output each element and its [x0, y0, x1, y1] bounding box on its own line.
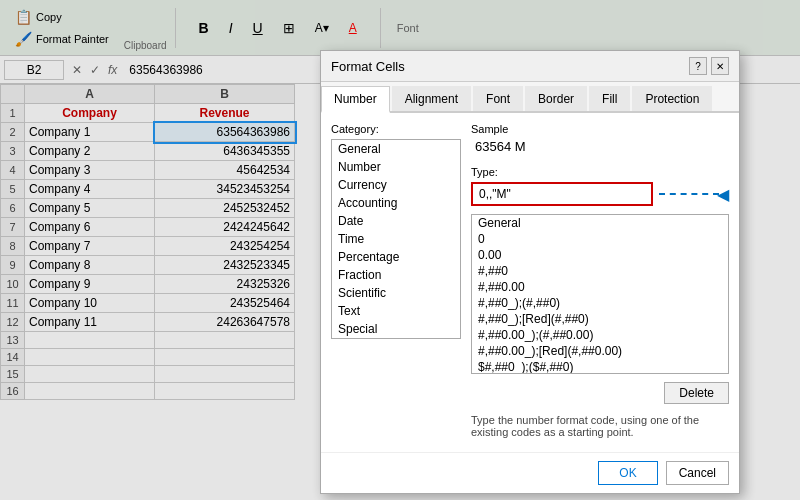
category-item[interactable]: General — [332, 140, 460, 158]
category-section: Category: GeneralNumberCurrencyAccountin… — [331, 123, 461, 442]
format-item[interactable]: $#,##0_);($#,##0) — [472, 359, 728, 374]
type-input[interactable] — [471, 182, 653, 206]
dialog-title: Format Cells — [331, 59, 405, 74]
format-item[interactable]: #,##0.00_);[Red](#,##0.00) — [472, 343, 728, 359]
sample-area: Sample 63564 M — [471, 123, 729, 156]
dialog-body: Category: GeneralNumberCurrencyAccountin… — [321, 113, 739, 452]
format-item[interactable]: #,##0_);[Red](#,##0) — [472, 311, 728, 327]
category-item[interactable]: Date — [332, 212, 460, 230]
tab-border[interactable]: Border — [525, 86, 587, 111]
category-item[interactable]: Fraction — [332, 266, 460, 284]
type-label: Type: — [471, 166, 729, 178]
format-item[interactable]: 0.00 — [472, 247, 728, 263]
tab-protection[interactable]: Protection — [632, 86, 712, 111]
type-input-container: ◀ — [471, 182, 729, 206]
category-item[interactable]: Currency — [332, 176, 460, 194]
dialog-title-bar: Format Cells ? ✕ — [321, 51, 739, 82]
category-item[interactable]: Text — [332, 302, 460, 320]
format-section: Sample 63564 M Type: ◀ General00.00#,##0… — [471, 123, 729, 442]
category-item[interactable]: Accounting — [332, 194, 460, 212]
tab-fill[interactable]: Fill — [589, 86, 630, 111]
dialog-tabs: Number Alignment Font Border Fill Protec… — [321, 82, 739, 113]
format-item[interactable]: #,##0.00_);(#,##0.00) — [472, 327, 728, 343]
format-item[interactable]: 0 — [472, 231, 728, 247]
dialog-footer: OK Cancel — [321, 452, 739, 493]
category-item[interactable]: Custom — [332, 338, 460, 339]
format-item[interactable]: General — [472, 215, 728, 231]
format-cells-dialog: Format Cells ? ✕ Number Alignment Font B… — [320, 50, 740, 494]
category-item[interactable]: Scientific — [332, 284, 460, 302]
format-item[interactable]: #,##0.00 — [472, 279, 728, 295]
format-list[interactable]: General00.00#,##0#,##0.00#,##0_);(#,##0)… — [471, 214, 729, 374]
sample-label: Sample — [471, 123, 729, 135]
tab-alignment[interactable]: Alignment — [392, 86, 471, 111]
dialog-controls: ? ✕ — [689, 57, 729, 75]
cancel-button[interactable]: Cancel — [666, 461, 729, 485]
tab-font[interactable]: Font — [473, 86, 523, 111]
category-item[interactable]: Percentage — [332, 248, 460, 266]
description-text: Type the number format code, using one o… — [471, 414, 729, 438]
sample-value: 63564 M — [471, 137, 729, 156]
format-item[interactable]: #,##0_);(#,##0) — [472, 295, 728, 311]
dialog-close-button[interactable]: ✕ — [711, 57, 729, 75]
arrow-indicator: ◀ — [659, 185, 729, 204]
category-item[interactable]: Number — [332, 158, 460, 176]
category-list[interactable]: GeneralNumberCurrencyAccountingDateTimeP… — [331, 139, 461, 339]
dialog-overlay: Format Cells ? ✕ Number Alignment Font B… — [0, 0, 800, 500]
ok-button[interactable]: OK — [598, 461, 657, 485]
category-item[interactable]: Special — [332, 320, 460, 338]
dialog-help-button[interactable]: ? — [689, 57, 707, 75]
category-item[interactable]: Time — [332, 230, 460, 248]
tab-number[interactable]: Number — [321, 86, 390, 113]
category-label: Category: — [331, 123, 461, 135]
dashed-line — [659, 193, 719, 195]
delete-button[interactable]: Delete — [664, 382, 729, 404]
format-item[interactable]: #,##0 — [472, 263, 728, 279]
